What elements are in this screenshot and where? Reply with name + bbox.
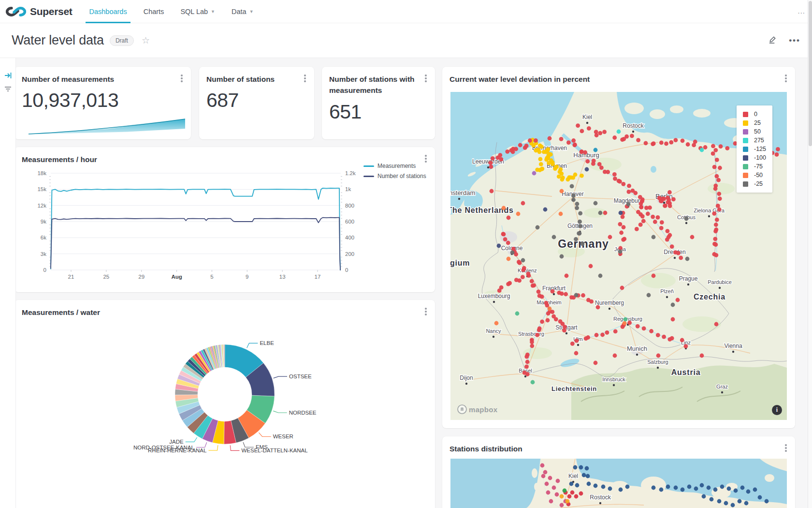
svg-text:29: 29: [138, 274, 145, 280]
kebab-menu-icon[interactable]: [782, 443, 790, 453]
legend-item[interactable]: Number of stations: [363, 173, 426, 179]
svg-text:13: 13: [279, 274, 286, 280]
svg-text:800: 800: [345, 203, 354, 209]
kebab-menu-icon[interactable]: [177, 74, 186, 83]
svg-text:Kiel: Kiel: [568, 473, 578, 479]
svg-text:Amsterdam: Amsterdam: [450, 189, 475, 196]
page-scrollbar[interactable]: [808, 0, 812, 508]
svg-text:1.2k: 1.2k: [345, 170, 356, 176]
svg-text:Kiel: Kiel: [582, 114, 592, 120]
measurements-series: [51, 188, 340, 270]
nav-overflow-menu[interactable]: ...: [798, 7, 805, 15]
svg-text:Nancy: Nancy: [486, 328, 501, 334]
kpi-card-stations: Number of stations 687: [199, 67, 314, 139]
more-options-icon[interactable]: •••: [789, 36, 800, 45]
map-legend-item: -75: [743, 163, 766, 170]
infinity-logo-icon: [6, 5, 26, 18]
mapbox-logo[interactable]: mapbox: [457, 404, 497, 414]
svg-text:0: 0: [44, 267, 46, 273]
donut-label: WESEL-DATTELN-KANAL: [241, 448, 308, 453]
svg-text:Regensburg: Regensburg: [613, 316, 642, 322]
map-legend-item: -125: [743, 146, 766, 152]
map-legend-item: 0: [743, 111, 766, 118]
svg-text:1k: 1k: [345, 186, 351, 192]
nav-sql-lab[interactable]: SQL Lab▼: [172, 0, 223, 23]
page-title: Water level data: [12, 33, 104, 48]
svg-text:Strasbourg: Strasbourg: [518, 331, 544, 337]
map-legend-item: -25: [743, 180, 766, 187]
svg-text:Liechtenstein: Liechtenstein: [551, 385, 597, 392]
svg-text:Belgium: Belgium: [450, 259, 470, 267]
donut-label: NORDSEE: [289, 410, 317, 416]
map-legend-item: 275: [743, 137, 766, 144]
svg-text:Innsbruck: Innsbruck: [602, 376, 625, 382]
svg-text:12k: 12k: [37, 203, 46, 209]
svg-text:17: 17: [315, 274, 321, 280]
top-navbar: Superset Dashboards Charts SQL Lab▼ Data…: [0, 0, 812, 23]
map-legend-item: 25: [743, 120, 766, 126]
donut-chart-card: Measurements / water ELBEOSTSEENORDSEEWE…: [14, 300, 435, 508]
donut-label: ELBE: [260, 340, 274, 346]
donut-label: JADE: [169, 439, 184, 445]
kpi-card-measurements: Number of measurements 10,937,013: [14, 67, 191, 139]
svg-text:Plzeň: Plzeň: [660, 288, 674, 294]
map-attribution-info-icon[interactable]: i: [772, 405, 782, 415]
kpi-value: 10,937,013: [22, 89, 118, 112]
svg-text:9k: 9k: [41, 219, 46, 224]
svg-text:200: 200: [345, 251, 354, 257]
filter-icon[interactable]: [0, 82, 16, 96]
donut-label: NORD-OSTSEE-KANAL: [133, 445, 194, 450]
card-title: Number of stations: [206, 75, 275, 83]
svg-text:Prague: Prague: [679, 275, 698, 282]
svg-text:Austria: Austria: [671, 368, 701, 376]
svg-text:Graz: Graz: [716, 384, 728, 389]
card-title: Current water level deviation in percent: [450, 75, 590, 83]
card-title: Stations distribution: [450, 445, 522, 453]
map-legend-item: -50: [743, 172, 766, 179]
kpi-value: 687: [206, 89, 239, 112]
chevron-down-icon: ▼: [211, 9, 215, 14]
svg-text:Munich: Munich: [627, 345, 647, 352]
nav-data[interactable]: Data▼: [223, 0, 262, 23]
kpi-card-stations-with-measurements: Number of stations with measurements 651: [322, 67, 435, 139]
line-chart-card: Measurements / hour 18k1.2k15k1k12k8009k…: [14, 147, 435, 292]
deviation-map-card: Current water level deviation in percent…: [442, 67, 795, 428]
measurements-per-water-chart: ELBEOSTSEENORDSEEWESEREMSWESEL-DATTELN-K…: [14, 300, 435, 508]
map-legend: 02550275-125-100-75-50-25: [737, 105, 772, 193]
svg-text:Vienna: Vienna: [724, 343, 742, 349]
map-legend-item: 50: [743, 128, 766, 135]
main-nav: Dashboards Charts SQL Lab▼ Data▼: [81, 0, 261, 23]
number-of-stations-series: [51, 218, 340, 270]
kebab-menu-icon[interactable]: [421, 154, 430, 164]
svg-text:Nuremberg: Nuremberg: [595, 299, 624, 306]
card-title: Number of measurements: [22, 75, 114, 83]
expand-filter-bar-icon[interactable]: [0, 69, 16, 82]
svg-text:Aug: Aug: [171, 274, 182, 280]
kpi-value: 651: [329, 101, 362, 123]
kebab-menu-icon[interactable]: [301, 74, 309, 83]
superset-logo[interactable]: Superset: [0, 5, 81, 18]
donut-label: OSTSEE: [289, 374, 312, 379]
edit-pencil-icon[interactable]: [768, 35, 777, 46]
svg-text:18k: 18k: [37, 170, 46, 176]
svg-text:9: 9: [246, 274, 248, 280]
legend-item[interactable]: Measurements: [363, 163, 426, 169]
nav-dashboards[interactable]: Dashboards: [81, 0, 135, 23]
status-badge: Draft: [110, 35, 134, 46]
svg-text:15k: 15k: [37, 186, 46, 192]
svg-text:21: 21: [68, 274, 74, 280]
brand-name: Superset: [30, 6, 72, 17]
nav-charts[interactable]: Charts: [135, 0, 173, 23]
svg-text:Dijon: Dijon: [460, 374, 473, 381]
favorite-star-icon[interactable]: ☆: [142, 35, 150, 46]
kebab-menu-icon[interactable]: [421, 74, 430, 83]
svg-text:Luxembourg: Luxembourg: [478, 293, 510, 299]
dashboard-header: Water level data Draft ☆ •••: [0, 23, 812, 58]
svg-text:Salzburg: Salzburg: [647, 359, 668, 365]
stations-map[interactable]: KielRostock: [450, 459, 787, 508]
kebab-menu-icon[interactable]: [782, 74, 790, 83]
deviation-map[interactable]: KielRostockLeeuwardenBremerhavenHamburgB…: [450, 92, 787, 420]
card-title: Number of stations with measurements: [329, 75, 415, 94]
card-title: Measurements / hour: [22, 155, 97, 164]
donut-label: WESER: [273, 433, 293, 439]
